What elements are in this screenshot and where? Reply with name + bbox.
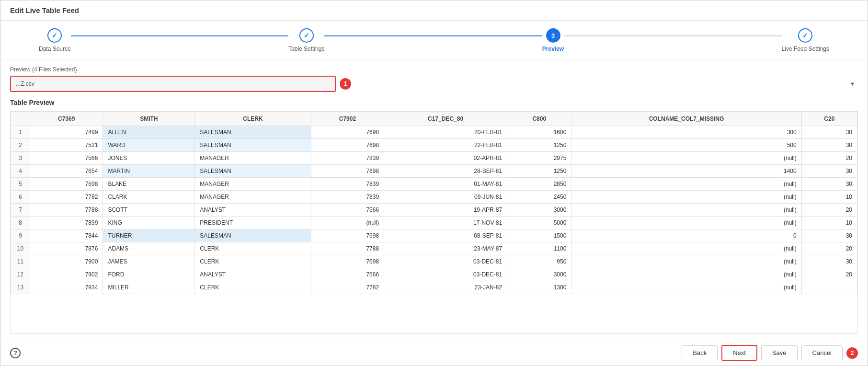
- col-header-row-num: [11, 112, 30, 126]
- next-button[interactable]: Next: [721, 345, 757, 361]
- step-label-2: Table Settings: [288, 46, 324, 52]
- data-cell: MANAGER: [195, 178, 311, 191]
- dialog-title: Edit Live Table Feed: [0, 0, 868, 21]
- row-num-cell: 8: [11, 217, 30, 229]
- preview-table: C7369 SMITH CLERK C7902 C17_DEC_80 C800 …: [11, 112, 857, 294]
- table-row: 137934MILLERCLERK778223-JAN-821300(null): [11, 281, 857, 294]
- preview-label: Preview (4 Files Selected): [10, 66, 858, 73]
- data-cell: 2975: [507, 152, 571, 165]
- data-cell: 22-FEB-81: [384, 139, 507, 152]
- data-cell: 5000: [507, 217, 571, 229]
- data-cell: 7782: [30, 191, 103, 204]
- data-cell: 17-NOV-81: [384, 217, 507, 229]
- data-cell: 7788: [30, 204, 103, 217]
- data-cell: KING: [103, 217, 195, 229]
- data-cell: MANAGER: [195, 191, 311, 204]
- data-cell: 08-SEP-81: [384, 229, 507, 242]
- save-button[interactable]: Save: [761, 345, 798, 360]
- data-cell: 23-MAY-87: [384, 242, 507, 255]
- content-area: Preview (4 Files Selected) ...Z.csv 1 ▼ …: [0, 60, 868, 340]
- data-cell: 23-JAN-82: [384, 281, 507, 294]
- dropdown-arrow[interactable]: ▼: [847, 81, 858, 87]
- wizard-step-table-settings[interactable]: ✓ Table Settings: [288, 28, 324, 52]
- footer-bar: ? Back Next Save Cancel 2: [0, 340, 868, 366]
- data-cell: 7839: [311, 178, 384, 191]
- data-cell: (null): [311, 217, 384, 229]
- checkmark-icon-1: ✓: [52, 32, 57, 39]
- data-cell: CLARK: [103, 191, 195, 204]
- badge-2: 2: [846, 347, 858, 359]
- data-cell: 7876: [30, 242, 103, 255]
- col-header-c800: C800: [507, 112, 571, 126]
- table-wrapper[interactable]: C7369 SMITH CLERK C7902 C17_DEC_80 C800 …: [10, 111, 858, 334]
- data-cell: 10: [801, 217, 857, 229]
- wizard-line-3: [564, 35, 781, 36]
- dialog-container: Edit Live Table Feed ✓ Data Source ✓ Tab…: [0, 0, 868, 366]
- table-row: 107876ADAMSCLERK778823-MAY-871100(null)2…: [11, 242, 857, 255]
- step-number-3: 3: [551, 32, 555, 39]
- data-cell: (null): [571, 255, 801, 268]
- help-button[interactable]: ?: [10, 348, 21, 358]
- data-cell: 7698: [311, 139, 384, 152]
- data-cell: 7698: [311, 165, 384, 178]
- data-cell: 950: [507, 255, 571, 268]
- table-row: 127902FORDANALYST756603-DEC-813000(null)…: [11, 268, 857, 281]
- row-num-cell: 11: [11, 255, 30, 268]
- data-cell: (null): [571, 191, 801, 204]
- data-cell: 7698: [311, 126, 384, 139]
- data-cell: 7698: [311, 229, 384, 242]
- table-row: 77788SCOTTANALYST756619-APR-873000(null)…: [11, 204, 857, 217]
- data-cell: 20: [801, 268, 857, 281]
- data-cell: 30: [801, 139, 857, 152]
- step-circle-1: ✓: [47, 28, 62, 43]
- data-cell: WARD: [103, 139, 195, 152]
- data-cell: SALESMAN: [195, 165, 311, 178]
- data-cell: PRESIDENT: [195, 217, 311, 229]
- data-cell: 1100: [507, 242, 571, 255]
- row-num-cell: 12: [11, 268, 30, 281]
- step-label-1: Data Source: [39, 46, 71, 52]
- data-cell: SCOTT: [103, 204, 195, 217]
- data-cell: 20: [801, 204, 857, 217]
- back-button[interactable]: Back: [682, 345, 718, 360]
- data-cell: 7654: [30, 165, 103, 178]
- row-num-cell: 7: [11, 204, 30, 217]
- table-header-row: C7369 SMITH CLERK C7902 C17_DEC_80 C800 …: [11, 112, 857, 126]
- data-cell: 7782: [311, 281, 384, 294]
- data-cell: (null): [571, 204, 801, 217]
- step-label-4: Live Feed Settings: [782, 46, 829, 52]
- file-value-text: ...Z.csv: [16, 80, 34, 87]
- wizard-step-preview[interactable]: 3 Preview: [542, 28, 564, 52]
- cancel-button[interactable]: Cancel: [801, 345, 843, 360]
- data-cell: 02-APR-81: [384, 152, 507, 165]
- step-circle-3: 3: [546, 28, 560, 43]
- step-circle-4: ✓: [798, 28, 812, 43]
- data-cell: 7698: [311, 255, 384, 268]
- col-header-smith: SMITH: [103, 112, 195, 126]
- table-row: 67782CLARKMANAGER783909-JUN-812450(null)…: [11, 191, 857, 204]
- file-input-box[interactable]: ...Z.csv: [10, 76, 336, 92]
- row-num-cell: 5: [11, 178, 30, 191]
- row-num-cell: 2: [11, 139, 30, 152]
- data-cell: CLERK: [195, 281, 311, 294]
- data-cell: (null): [571, 281, 801, 294]
- data-cell: 30: [801, 255, 857, 268]
- data-cell: 3000: [507, 268, 571, 281]
- data-cell: 09-JUN-81: [384, 191, 507, 204]
- data-cell: FORD: [103, 268, 195, 281]
- badge-1: 1: [340, 78, 351, 90]
- data-cell: 2850: [507, 178, 571, 191]
- data-cell: BLAKE: [103, 178, 195, 191]
- wizard-step-data-source[interactable]: ✓ Data Source: [39, 28, 71, 52]
- col-header-c17dec80: C17_DEC_80: [384, 112, 507, 126]
- data-cell: 500: [571, 139, 801, 152]
- col-header-c7902: C7902: [311, 112, 384, 126]
- data-cell: MANAGER: [195, 152, 311, 165]
- data-cell: 1600: [507, 126, 571, 139]
- data-cell: ANALYST: [195, 268, 311, 281]
- wizard-step-live-feed[interactable]: ✓ Live Feed Settings: [782, 28, 829, 52]
- table-row: 57698BLAKEMANAGER783901-MAY-812850(null)…: [11, 178, 857, 191]
- data-cell: 7521: [30, 139, 103, 152]
- data-cell: 1300: [507, 281, 571, 294]
- table-row: 17499ALLENSALESMAN769820-FEB-81160030030: [11, 126, 857, 139]
